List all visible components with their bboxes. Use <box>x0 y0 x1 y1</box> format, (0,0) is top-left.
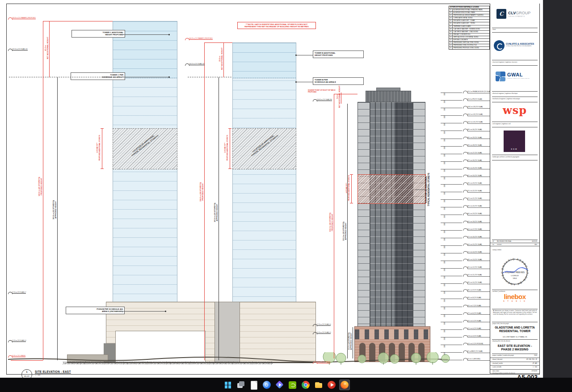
leader-line <box>296 82 313 82</box>
level-dimension: 3500 <box>444 93 446 95</box>
revision-date: 06/15/23 <box>530 240 537 243</box>
firefox-icon[interactable] <box>339 379 350 390</box>
tower-b-massing <box>232 42 296 305</box>
electrical-engineer-label: electrical engineer | ingénieur électriq… <box>492 93 537 95</box>
storey-bracket-line <box>351 174 352 203</box>
dimension-label: 102.0 m (32 STOREYS) APPROVED HEIGHT <box>52 176 57 243</box>
clv-crest-icon: C <box>496 9 506 19</box>
chrome-icon[interactable] <box>300 379 311 390</box>
file-explorer-icon[interactable] <box>313 379 324 390</box>
level-marker: 21.1 m L4 (T/O SLAB)3500 <box>441 326 495 331</box>
level-marker: 17.6 m L3 (T/O SLAB)3500 <box>441 333 495 339</box>
cunliffe-name: CUNLIFFE & ASSOCIATES <box>506 42 534 45</box>
linebox-studio: S T U D I O <box>490 300 539 303</box>
level-marker: 39.1 m L10 (T/O SLAB)3500 <box>441 280 495 285</box>
legend-row-description: TEMPERED GLASS GUARD <box>453 25 489 28</box>
level-dimension: 3500 <box>444 329 446 332</box>
dimension-line <box>353 327 353 358</box>
client-label: client <box>492 29 537 31</box>
dimension-line <box>341 93 341 104</box>
level-marker: 111.6 m PH (T/O SLAB)3500 <box>441 97 495 102</box>
earth-hatch <box>63 362 273 364</box>
dimension-label: 134.0 m (38 STOREYS) PROPOSED HEIGHT <box>199 158 204 225</box>
start-icon[interactable] <box>223 379 233 390</box>
svg-text:5804: 5804 <box>513 277 517 279</box>
titleblock-info-row: scale | échelle1 : 500 <box>490 366 539 370</box>
tower-a-facade <box>358 102 425 327</box>
parapet-leader <box>43 21 113 21</box>
level-dimension: 3500 <box>444 116 446 118</box>
level-marker: 24.1 m L5 (T/O SLAB)3500 <box>441 318 495 324</box>
view-title: SITE ELEVATION - EAST <box>35 370 71 374</box>
info-value: 1503 <box>534 354 537 358</box>
level-dimension: 3500 <box>444 284 446 287</box>
info-label: scale | échelle <box>492 366 501 369</box>
legend-row-description: INSULATED GLASS UNIT - CLEAR <box>453 20 489 22</box>
level-dimension: 3500 <box>444 253 446 256</box>
dimension-label: 41.0 m NET ADDITIONAL HEIGHT <box>44 14 49 81</box>
tower-a-dark-core <box>395 102 412 327</box>
revision-row: 02RE-ISSUED FOR ZBLA06/15/23 <box>490 240 539 243</box>
storey-bracket-label: 5 STOREYS*** PROPOSED ADDITIONAL STOREYS <box>97 123 101 173</box>
project-title: GLADSTONE AND LORETTA RESIDENTIAL TOWER <box>492 326 538 333</box>
level-dimension: 3500 <box>444 215 446 218</box>
view-scale: 1 : 500 <box>35 374 40 376</box>
elevation-marker-text: 12.15 m (T/O SLAB) L3 <box>317 332 331 334</box>
level-marker: 108.1 m L33 (T/O SLAB)3500 <box>441 104 495 110</box>
leader-dot <box>165 311 166 312</box>
level-dimension: 3500 <box>444 108 446 111</box>
clv-group-logo: C CLVGROUP DEVELOPMENTS <box>494 7 536 25</box>
elevation-marker-text: 163.35 m (T/O PARAPET) PROPOSED <box>12 17 36 19</box>
level-dimension: 3500 <box>444 345 446 347</box>
info-value: JR / SB / RG / JF <box>526 358 537 362</box>
leader-line <box>123 34 169 35</box>
media-player-icon[interactable] <box>326 379 337 390</box>
legend-row-number: 10 <box>449 34 453 36</box>
hatch-note-line2: REPRESENT THE NET INCREASE OF BUILDING H… <box>239 25 315 28</box>
gwal-tagline: GOODKEY WEEDMARK & ASSOCIATES LTD <box>507 78 530 79</box>
leader-line <box>122 311 165 312</box>
level-dimension: 3500 <box>444 139 446 141</box>
level-marker: 66.1 m L19 (T/O SLAB)3500 <box>441 211 495 216</box>
legend-row-number: 03 <box>449 14 453 17</box>
view-number: 1 <box>22 371 32 374</box>
legend-row-description: PRECAST CONCRETE SILL <box>453 34 489 36</box>
nvidia-icon[interactable] <box>287 379 298 390</box>
level-marker: 99.1 m L30 (T/O SLAB)3500 <box>441 127 495 132</box>
copilot-icon[interactable] <box>261 379 272 390</box>
edm-logo: EDM <box>504 131 525 152</box>
diamond-icon[interactable] <box>274 379 285 390</box>
task-view-icon[interactable] <box>236 379 246 390</box>
leader-dot <box>168 34 170 35</box>
legend-row-description: CLAY BRICK MASONRY - RUNNING BOND <box>453 28 489 30</box>
level-marker: 9.5 m MEZZ (T/O SLAB)3500 <box>441 349 495 354</box>
desktop-background-strip <box>543 0 572 378</box>
leader-line <box>296 55 313 55</box>
dimension-label: 143.0 m (45 STOREYS) PROPOSED HEIGHT <box>38 153 43 220</box>
level-marker: 30.1 m L7 (T/O SLAB)3500 <box>441 303 495 308</box>
legend-row-number: 02 <box>449 12 453 14</box>
callout-highest-point: HIGHEST POINT OF ROOF TOP MECH PROPOSED <box>307 89 354 94</box>
cunliffe-tagline: CONSULTING FIRE PROTECTION ENGINEERS <box>506 46 531 47</box>
leader-dot <box>168 76 170 78</box>
drawing-sheet: EXTERIOR FINISH MATERIALS LEGEND 01ALUMI… <box>0 0 543 378</box>
landscape-architect-label: landscape architect | architecte paysagi… <box>492 156 537 158</box>
taskbar-icons <box>223 379 350 390</box>
tower-c-additional-storeys-hatch <box>113 128 177 169</box>
revision-description: RE-ISSUED FOR ZBLA <box>497 240 529 243</box>
bracket-tick <box>228 169 231 169</box>
revision-header-rev: revision <box>497 243 529 246</box>
info-label: checked | vérifié <box>492 362 503 366</box>
dimension-line <box>223 42 224 77</box>
document-icon[interactable] <box>248 379 259 390</box>
level-dimension: 3500 <box>444 238 446 240</box>
level-marker: 54.1 m L15 (T/O SLAB)3500 <box>441 242 495 247</box>
project-address: 145 LORETTA AVE. N | OTTAWA | ON <box>492 336 538 338</box>
level-dimension: 3500 <box>444 276 446 279</box>
brick-podium-window-band <box>355 329 430 339</box>
gwal-logo: GWAL GOODKEY WEEDMARK & ASSOCIATES LTD <box>494 69 536 89</box>
linebox-logo: linebox S T U D I O <box>490 293 539 303</box>
legend-row-description: ALUMINUM WINDOW WALL PANEL <box>453 12 489 14</box>
bubble-divider <box>22 374 32 375</box>
level-marker: 72.1 m L21 (T/O SLAB)3500 <box>441 196 495 201</box>
